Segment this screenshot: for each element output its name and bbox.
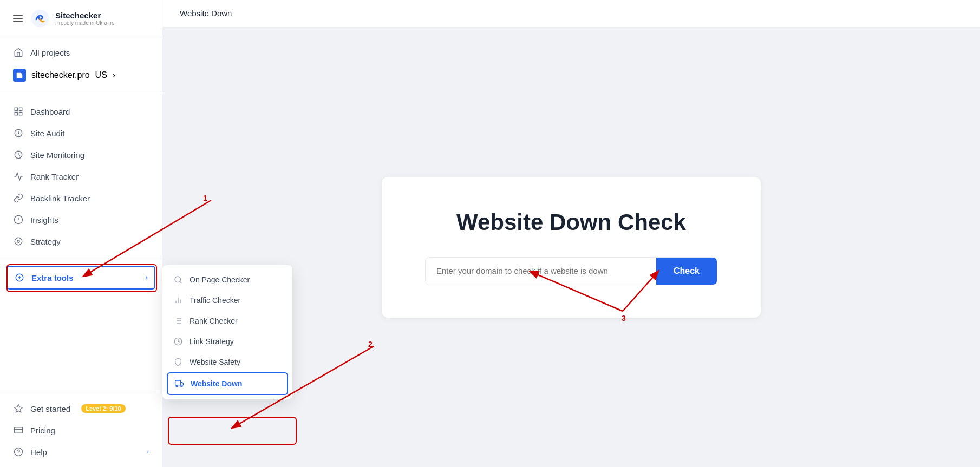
rank-checker-label: Rank Checker [190, 317, 238, 325]
dropdown-item-traffic-checker[interactable]: Traffic Checker [162, 290, 292, 311]
website-down-label: Website Down [191, 379, 242, 388]
backlink-tracker-label: Backlink Tracker [30, 194, 90, 203]
site-monitoring-icon [13, 149, 24, 160]
sidebar-item-strategy[interactable]: Strategy [0, 231, 162, 252]
dropdown-item-on-page-checker[interactable]: On Page Checker [162, 269, 292, 290]
svg-point-11 [17, 240, 20, 243]
sidebar-item-extra-tools[interactable]: Extra tools › [6, 266, 155, 290]
on-page-checker-label: On Page Checker [190, 275, 250, 284]
help-label: Help [30, 448, 47, 457]
check-card-title: Website Down Check [425, 209, 717, 235]
hamburger-menu[interactable] [11, 12, 25, 24]
dropdown-item-website-down[interactable]: Website Down [167, 372, 288, 395]
svg-point-20 [175, 277, 181, 282]
domain-input[interactable] [426, 258, 656, 285]
sidebar-item-site-audit[interactable]: Site Audit [0, 122, 162, 144]
link-strategy-label: Link Strategy [190, 337, 234, 346]
traffic-checker-label: Traffic Checker [190, 296, 240, 305]
sidebar: Sitechecker Proudly made in Ukraine All … [0, 0, 162, 467]
rank-tracker-label: Rank Tracker [30, 172, 79, 181]
dashboard-icon [13, 106, 24, 117]
dropdown-item-rank-checker[interactable]: Rank Checker [162, 311, 292, 331]
website-safety-label: Website Safety [190, 358, 240, 366]
project-name: sitechecker.pro [31, 70, 90, 80]
extra-tools-dropdown: On Page Checker Traffic Checker Rank Che… [162, 265, 292, 399]
logo-icon [30, 9, 50, 28]
insights-label: Insights [30, 215, 58, 225]
svg-marker-15 [15, 405, 23, 412]
svg-rect-32 [175, 380, 181, 385]
get-started-label: Get started [30, 404, 70, 413]
svg-point-33 [176, 385, 178, 387]
sidebar-item-rank-tracker[interactable]: Rank Tracker [0, 166, 162, 187]
extra-tools-icon [14, 272, 25, 283]
website-down-icon [174, 379, 184, 389]
project-icon [13, 69, 26, 82]
svg-point-34 [181, 385, 182, 387]
help-icon [13, 446, 24, 457]
traffic-checker-icon [173, 295, 183, 305]
level-badge: Level 2: 9/10 [81, 404, 125, 413]
sidebar-item-backlink-tracker[interactable]: Backlink Tracker [0, 187, 162, 209]
pricing-icon [13, 425, 24, 436]
sidebar-item-pricing[interactable]: Pricing [0, 419, 162, 441]
backlink-tracker-icon [13, 193, 24, 203]
insights-icon [13, 214, 24, 225]
strategy-label: Strategy [30, 237, 61, 246]
svg-point-10 [15, 238, 22, 245]
dropdown-item-website-safety[interactable]: Website Safety [162, 352, 292, 372]
logo-text: Sitechecker Proudly made in Ukraine [55, 11, 115, 26]
rank-tracker-icon [13, 171, 24, 182]
site-monitoring-label: Site Monitoring [30, 150, 84, 160]
sidebar-item-dashboard[interactable]: Dashboard [0, 101, 162, 122]
svg-point-0 [31, 10, 49, 27]
svg-point-18 [15, 448, 23, 456]
logo-area: Sitechecker Proudly made in Ukraine [0, 0, 162, 37]
page-body: Website Down Check Check [162, 27, 980, 467]
check-button[interactable]: Check [656, 258, 717, 285]
dropdown-item-link-strategy[interactable]: Link Strategy [162, 331, 292, 352]
pricing-label: Pricing [30, 426, 55, 435]
help-chevron-icon: › [147, 448, 149, 456]
project-region: US [95, 70, 107, 80]
get-started-icon [13, 403, 24, 414]
sidebar-item-help[interactable]: Help › [0, 441, 162, 463]
website-down-check-card: Website Down Check Check [382, 177, 761, 318]
sidebar-item-site-monitoring[interactable]: Site Monitoring [0, 144, 162, 166]
sidebar-item-insights[interactable]: Insights [0, 209, 162, 231]
svg-line-21 [180, 281, 181, 283]
all-projects-label: All projects [30, 48, 70, 57]
project-chevron-icon: › [113, 70, 115, 80]
svg-rect-4 [19, 113, 22, 115]
site-audit-label: Site Audit [30, 129, 64, 138]
extra-tools-label: Extra tools [31, 273, 74, 282]
svg-rect-16 [15, 427, 23, 433]
site-audit-icon [13, 128, 24, 139]
sidebar-bottom: Get started Level 2: 9/10 Pricing Help › [0, 393, 162, 467]
on-page-checker-icon [173, 275, 183, 285]
check-input-row: Check [425, 257, 717, 285]
sidebar-project-item[interactable]: sitechecker.pro US › [0, 63, 162, 87]
sidebar-item-all-projects[interactable]: All projects [0, 42, 162, 63]
svg-rect-3 [15, 113, 17, 115]
home-icon [13, 47, 24, 58]
rank-checker-icon [173, 316, 183, 326]
website-safety-icon [173, 357, 183, 367]
topbar: Website Down [162, 0, 980, 27]
dashboard-label: Dashboard [30, 107, 70, 116]
svg-rect-1 [15, 108, 17, 110]
all-projects-section: All projects sitechecker.pro US › [0, 37, 162, 91]
sidebar-item-get-started[interactable]: Get started Level 2: 9/10 [0, 398, 162, 419]
nav-section: Dashboard Site Audit Site Monitoring Ran… [0, 96, 162, 256]
strategy-icon [13, 236, 24, 247]
svg-rect-2 [19, 108, 22, 110]
page-title: Website Down [180, 9, 232, 18]
link-strategy-icon [173, 337, 183, 346]
extra-tools-chevron-icon: › [146, 274, 148, 281]
